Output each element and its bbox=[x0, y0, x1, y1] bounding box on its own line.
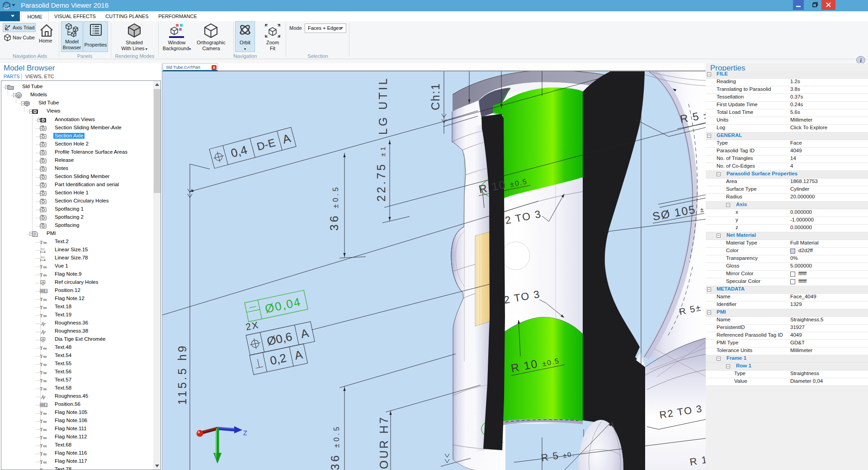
svg-text:1: 1 bbox=[45, 403, 47, 407]
svg-text:T: T bbox=[40, 386, 43, 391]
svg-text:R 1: R 1 bbox=[689, 454, 706, 468]
svg-text:T: T bbox=[40, 272, 43, 277]
svg-text:T: T bbox=[40, 345, 43, 351]
svg-text:i: i bbox=[860, 57, 862, 64]
svg-text:1: 1 bbox=[45, 289, 47, 293]
svg-text:T: T bbox=[40, 451, 43, 456]
svg-text:T: T bbox=[40, 459, 43, 465]
svg-text:Z: Z bbox=[243, 429, 247, 437]
svg-text:T: T bbox=[40, 418, 43, 424]
svg-text:A: A bbox=[42, 337, 44, 341]
svg-text:T: T bbox=[40, 305, 43, 310]
svg-text:T: T bbox=[40, 240, 43, 245]
svg-text:T: T bbox=[40, 467, 43, 470]
svg-text:T: T bbox=[40, 370, 43, 375]
svg-text:T: T bbox=[40, 378, 43, 383]
svg-text:T: T bbox=[40, 410, 43, 416]
svg-text:T: T bbox=[40, 443, 43, 448]
svg-text:T: T bbox=[40, 435, 43, 440]
svg-text:A: A bbox=[42, 280, 44, 284]
svg-text:115.5 h9: 115.5 h9 bbox=[176, 343, 189, 404]
svg-text:Ch:1: Ch:1 bbox=[429, 83, 442, 110]
svg-text:T: T bbox=[40, 313, 43, 318]
svg-text:T: T bbox=[40, 264, 43, 269]
svg-text:T: T bbox=[40, 353, 43, 359]
svg-text:T: T bbox=[40, 362, 43, 367]
svg-text:OUR H7: OUR H7 bbox=[377, 416, 390, 469]
svg-text:T: T bbox=[40, 296, 43, 302]
svg-text:LG UTIL: LG UTIL bbox=[377, 76, 389, 135]
svg-text:T: T bbox=[40, 427, 43, 432]
